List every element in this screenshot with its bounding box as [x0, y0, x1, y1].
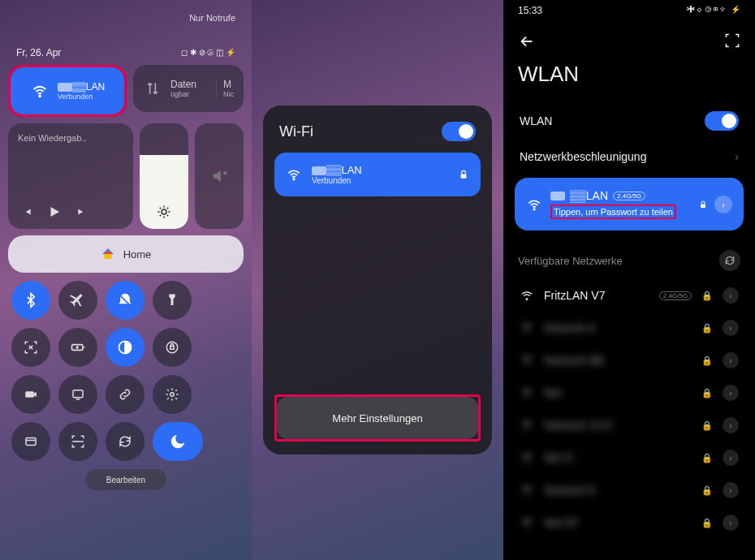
chevron-right-icon[interactable]: › [723, 320, 739, 336]
wlan-switch[interactable] [705, 111, 739, 131]
network-details-button[interactable]: › [714, 196, 732, 213]
network-name: Net FF [544, 516, 692, 529]
chevron-right-icon[interactable]: › [723, 417, 739, 433]
wifi-popup: Wi-Fi xx▒▒LAN Verbunden Mehr Einstellung… [263, 106, 492, 454]
next-icon[interactable] [76, 206, 88, 218]
settings-toggle[interactable] [153, 375, 192, 414]
network-row[interactable]: Net🔒› [515, 377, 744, 409]
date-label: Fr, 26. Apr [16, 47, 61, 58]
svg-rect-14 [701, 204, 705, 208]
lock-icon: 🔒 [701, 453, 713, 463]
svg-point-16 [526, 331, 528, 333]
chevron-right-icon[interactable]: › [723, 450, 739, 466]
network-row[interactable]: FritzLAN V7 2.4G/5G 🔒 › [515, 279, 744, 312]
mute-icon [210, 167, 228, 185]
network-row[interactable]: Network BB🔒› [515, 344, 744, 377]
airplane-toggle[interactable] [58, 281, 97, 320]
cast-toggle[interactable] [58, 375, 97, 414]
chevron-right-icon[interactable]: › [723, 352, 739, 368]
data-tile2-status: Nic [223, 90, 234, 98]
edit-button[interactable]: Bearbeiten [85, 469, 166, 490]
chevron-right-icon[interactable]: › [723, 287, 739, 304]
network-row[interactable]: Net D🔒› [515, 442, 744, 474]
wifi-icon [526, 196, 542, 213]
chevron-right-icon: › [735, 150, 739, 163]
wifi-switch[interactable] [442, 122, 476, 141]
lock-icon: 🔒 [701, 291, 713, 301]
band-badge: 2.4G/5G [613, 192, 645, 200]
svg-point-20 [526, 461, 528, 463]
page-title: WLAN [515, 55, 744, 101]
network-row[interactable]: Network A🔒› [515, 312, 744, 344]
sync-toggle[interactable] [106, 422, 145, 461]
home-label: Home [123, 248, 152, 261]
highlight-wifi-tile: xx▒▒LAN Verbunden [8, 65, 127, 117]
home-tile[interactable]: Home [8, 235, 244, 273]
share-password-hint: Tippen, um Passwort zu teilen [550, 205, 676, 219]
data-tile-name: Daten [170, 79, 208, 90]
wlan-toggle-row[interactable]: WLAN [515, 101, 744, 140]
network-name: Network A [544, 321, 692, 334]
chevron-right-icon[interactable]: › [723, 515, 739, 531]
svg-rect-8 [73, 390, 83, 398]
network-row[interactable]: Network E🔒› [515, 474, 744, 506]
back-icon[interactable] [518, 32, 536, 50]
invert-toggle[interactable] [106, 328, 145, 367]
wifi-popup-title: Wi-Fi [279, 123, 313, 140]
lock-icon: 🔒 [701, 355, 713, 366]
prev-icon[interactable] [21, 206, 32, 218]
data-tile2-name: M [223, 79, 234, 90]
redacted-prefix: xx [312, 166, 326, 175]
lock-icon: 🔒 [701, 485, 713, 496]
wifi-icon [30, 81, 50, 101]
control-center-panel: Nur Notrufe Fr, 26. Apr ◻ ✱ ⊘ ⧁ ◫ ⚡ xx▒▒… [0, 0, 252, 560]
more-settings-button[interactable]: Mehr Einstellungen [277, 397, 478, 439]
svg-rect-2 [104, 254, 111, 259]
dnd-toggle[interactable] [106, 281, 145, 320]
more-settings-label: Mehr Einstellungen [332, 412, 422, 424]
wlan-label: WLAN [520, 114, 552, 127]
network-row[interactable]: Net FF🔒› [515, 506, 744, 539]
brightness-slider[interactable] [140, 123, 188, 229]
volume-tile[interactable] [195, 123, 244, 229]
network-acceleration-row[interactable]: Netzwerkbeschleunigung › [515, 140, 744, 173]
network-row[interactable]: Network CCC🔒› [515, 409, 744, 442]
scan-icon[interactable] [724, 32, 740, 50]
night-mode-toggle[interactable] [153, 422, 203, 461]
lock-icon: 🔒 [701, 420, 713, 431]
accel-label: Netzwerkbeschleunigung [520, 150, 646, 163]
available-networks-label: Verfügbare Netzwerke [518, 255, 623, 267]
chevron-right-icon[interactable]: › [723, 385, 739, 401]
svg-point-15 [526, 299, 528, 300]
network-name: FritzLAN V7 [544, 289, 649, 302]
link-toggle[interactable] [106, 375, 145, 414]
bluetooth-toggle[interactable] [11, 281, 50, 320]
svg-point-1 [162, 209, 166, 214]
flashlight-toggle[interactable] [153, 281, 192, 320]
svg-rect-10 [26, 438, 36, 446]
chevron-right-icon[interactable]: › [723, 482, 739, 498]
play-icon[interactable] [47, 205, 62, 219]
network-name: Net D [544, 451, 692, 464]
lock-icon: 🔒 [701, 323, 713, 334]
refresh-button[interactable] [719, 250, 740, 271]
mobile-data-tile[interactable]: Daten ügbar M Nic [133, 65, 244, 112]
scan-toggle[interactable] [58, 422, 97, 461]
camera-toggle[interactable] [11, 375, 50, 414]
status-bar: 15:33 ✱ ⊘ ⧁ ◫ ᯤ ⚡ [515, 0, 744, 21]
media-title: Kein Wiedergab.. [18, 133, 123, 143]
emergency-only-label: Nur Notrufe [8, 8, 244, 23]
battery-toggle[interactable] [58, 328, 97, 367]
wifi-icon [520, 321, 534, 335]
svg-point-21 [526, 493, 528, 495]
connected-network-card[interactable]: xx ▒▒LAN 2.4G/5G Tippen, um Passwort zu … [515, 178, 744, 230]
screenshot-toggle[interactable] [11, 328, 50, 367]
wallet-toggle[interactable] [11, 422, 50, 461]
connected-network[interactable]: xx▒▒LAN Verbunden [274, 153, 481, 196]
home-icon [101, 247, 115, 261]
network-name: Network CCC [544, 419, 692, 432]
media-tile[interactable]: Kein Wiedergab.. [8, 123, 133, 229]
wifi-tile[interactable]: xx▒▒LAN Verbunden [11, 67, 124, 114]
rotation-lock-toggle[interactable] [153, 328, 192, 367]
wifi-icon [520, 515, 534, 530]
